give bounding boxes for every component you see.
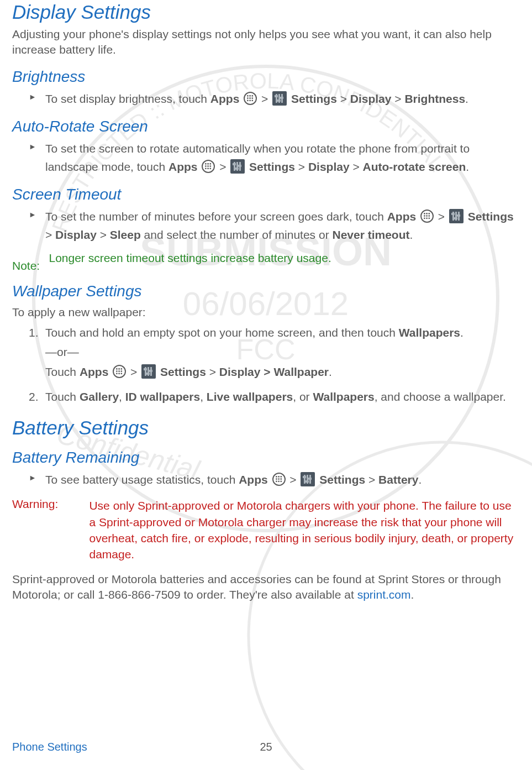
separator: > <box>45 228 55 241</box>
text: To set the number of minutes before your… <box>45 210 387 223</box>
sprint-link[interactable]: sprint.com <box>357 588 411 601</box>
apps-label: Apps <box>210 92 240 105</box>
text: To set display brightness, touch <box>45 92 210 105</box>
warning-block: Warning: Use only Sprint-approved or Mot… <box>12 497 520 563</box>
display-label: Display <box>308 160 350 173</box>
separator: > <box>337 92 350 105</box>
sleep-label: Sleep <box>110 228 141 241</box>
settings-label: Settings <box>468 210 514 223</box>
separator: > <box>206 365 219 378</box>
display-intro-text: Adjusting your phone's display settings … <box>12 27 520 58</box>
note-block: Note: Longer screen timeout settings inc… <box>12 252 520 273</box>
separator: > <box>365 473 378 486</box>
settings-label: Settings <box>319 473 365 486</box>
timeout-step: To set the number of minutes before your… <box>29 208 520 244</box>
text: and select the number of minutes or <box>141 228 333 241</box>
list-number: 1. <box>29 324 39 342</box>
separator: > <box>97 228 110 241</box>
wallpaper-step-1: 1. Touch and hold an empty spot on your … <box>29 324 520 381</box>
text: . <box>329 365 332 378</box>
heading-brightness: Brightness <box>12 68 520 86</box>
footer-section-name: Phone Settings <box>12 741 87 753</box>
display-label: Display <box>55 228 97 241</box>
wallpaper-step-2: 2. Touch Gallery, ID wallpapers, Live wa… <box>29 388 520 406</box>
settings-label: Settings <box>249 160 295 173</box>
heading-display-settings: Display Settings <box>12 1 520 23</box>
settings-icon <box>230 159 245 174</box>
separator: > <box>216 160 229 173</box>
text: . <box>410 228 413 241</box>
settings-icon <box>301 472 315 486</box>
never-timeout-label: Never timeout <box>332 228 409 241</box>
text: Touch and hold an empty spot on your hom… <box>45 326 399 339</box>
or-divider: —or— <box>45 343 520 361</box>
text: Touch <box>45 365 80 378</box>
settings-label: Settings <box>291 92 337 105</box>
heading-battery-settings: Battery Settings <box>12 417 520 439</box>
text: . <box>411 588 414 601</box>
live-wallpapers-label: Live wallpapers <box>207 390 293 403</box>
settings-icon <box>141 364 156 379</box>
apps-icon <box>272 473 286 486</box>
separator: > <box>258 92 271 105</box>
separator: > <box>295 160 308 173</box>
note-label: Note: <box>12 259 46 273</box>
text: . <box>466 160 469 173</box>
battery-label: Battery <box>378 473 418 486</box>
page-footer: Phone Settings 25 <box>12 741 520 753</box>
autorotate-step: To set the screen to rotate automaticall… <box>29 140 520 176</box>
apps-label: Apps <box>168 160 198 173</box>
heading-battery-remaining: Battery Remaining <box>12 449 520 467</box>
display-wallpaper-label: Display > Wallpaper <box>219 365 329 378</box>
footer-page-number: 25 <box>260 741 272 753</box>
note-text: Longer screen timeout settings increase … <box>49 252 517 265</box>
text: Sprint-approved or Motorola batteries an… <box>12 573 501 601</box>
apps-label: Apps <box>387 210 417 223</box>
apps-icon <box>420 209 434 223</box>
display-label: Display <box>350 92 392 105</box>
id-wallpapers-label: ID wallpapers <box>125 390 200 403</box>
autorotate-label: Auto-rotate screen <box>363 160 466 173</box>
text: , and choose a wallpaper. <box>375 390 506 403</box>
separator: > <box>127 365 140 378</box>
settings-label: Settings <box>160 365 206 378</box>
wallpapers-label: Wallpapers <box>399 326 460 339</box>
settings-icon <box>272 91 287 106</box>
separator: > <box>391 92 404 105</box>
text: . <box>418 473 422 486</box>
heading-screen-timeout: Screen Timeout <box>12 186 520 203</box>
text: , <box>119 390 125 403</box>
apps-icon <box>244 92 257 105</box>
apps-icon <box>113 365 126 378</box>
heading-wallpaper-settings: Wallpaper Settings <box>12 282 520 300</box>
separator: > <box>287 473 300 486</box>
brightness-step: To set display brightness, touch Apps > … <box>29 90 520 108</box>
gallery-label: Gallery <box>80 390 119 403</box>
wallpapers-label: Wallpapers <box>313 390 374 403</box>
battery-accessories-text: Sprint-approved or Motorola batteries an… <box>12 572 520 603</box>
battery-step: To see battery usage statistics, touch A… <box>29 471 520 489</box>
separator: > <box>435 210 448 223</box>
text: , or <box>293 390 313 403</box>
list-number: 2. <box>29 388 39 406</box>
brightness-label: Brightness <box>404 92 465 105</box>
settings-icon <box>449 209 463 223</box>
wallpaper-intro: To apply a new wallpaper: <box>12 305 520 320</box>
text: Touch <box>45 390 80 403</box>
text: . <box>465 92 468 105</box>
apps-label: Apps <box>80 365 109 378</box>
warning-label: Warning: <box>12 497 87 511</box>
text: To see battery usage statistics, touch <box>45 473 239 486</box>
apps-label: Apps <box>239 473 268 486</box>
heading-auto-rotate: Auto-Rotate Screen <box>12 118 520 135</box>
separator: > <box>350 160 363 173</box>
text: , <box>200 390 207 403</box>
apps-icon <box>202 160 215 173</box>
text: . <box>460 326 463 339</box>
warning-text: Use only Sprint-approved or Motorola cha… <box>89 497 517 563</box>
